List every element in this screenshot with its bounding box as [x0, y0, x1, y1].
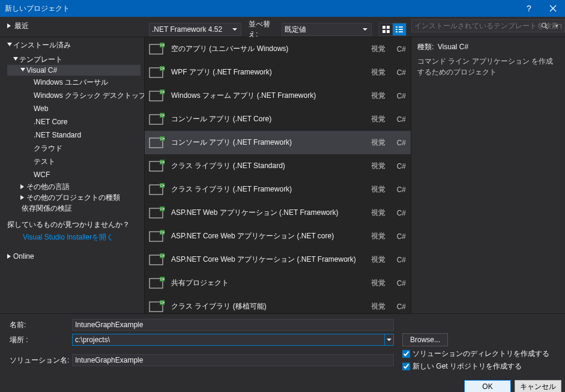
solution-name-input[interactable] [72, 354, 394, 366]
template-row[interactable]: C# WPF アプリ (.NET Framework)視覚C# [145, 61, 411, 84]
cancel-button[interactable]: キャンセル [515, 380, 561, 392]
tree-leaf-windows-universal[interactable]: Windows ユニバーサル [7, 77, 140, 88]
svg-text:C#: C# [160, 67, 165, 70]
template-icon: C# [148, 205, 165, 222]
open-installer-link[interactable]: Visual Studio Installerを開く [7, 232, 140, 243]
clear-search-icon[interactable]: ▾ [552, 21, 561, 31]
tree-leaf-wcf[interactable]: WCF [7, 169, 140, 180]
template-icon: C# [148, 252, 165, 268]
template-row[interactable]: C# 空のアプリ (ユニバーサル Windows)視覚C# [145, 37, 411, 61]
recent-tree-node[interactable]: 最近 [7, 20, 139, 31]
template-icon: C# [148, 228, 165, 245]
template-tag: 視覚 [371, 91, 385, 101]
caret-down-icon [13, 55, 18, 64]
help-button[interactable]: ? [517, 0, 541, 17]
svg-text:C#: C# [160, 184, 165, 187]
location-dropdown-button[interactable] [384, 334, 394, 346]
ok-button[interactable]: OK [464, 380, 511, 392]
template-tag: 視覚 [371, 161, 385, 171]
svg-rect-2 [387, 26, 390, 29]
other-languages-tree-node[interactable]: その他の言語 [7, 181, 140, 192]
template-lang: C# [391, 209, 406, 217]
template-name: コンソール アプリ (.NET Core) [171, 114, 365, 124]
location-input[interactable] [72, 334, 384, 346]
template-icon: C# [148, 298, 165, 314]
viewmode-grid-button[interactable] [379, 23, 393, 35]
tree-leaf-test[interactable]: テスト [7, 156, 140, 167]
svg-marker-13 [7, 43, 12, 46]
tree-leaf-netstandard[interactable]: .NET Standard [7, 130, 140, 140]
templates-label: テンプレート [19, 55, 62, 65]
template-tag: 視覚 [371, 114, 385, 124]
create-git-repo-checkbox[interactable]: 新しい Get リポジトリを作成する [402, 361, 549, 372]
svg-rect-4 [387, 30, 390, 33]
template-type: 種類: Visual C# [417, 42, 559, 52]
svg-marker-15 [20, 68, 25, 71]
templates-tree-node[interactable]: テンプレート [7, 54, 140, 65]
window-title: 新しいプロジェクト [0, 4, 70, 14]
template-icon: C# [148, 275, 165, 292]
installed-tree-node[interactable]: インストール済み [7, 40, 140, 50]
list-icon [396, 26, 403, 33]
template-name: クラス ライブラリ (.NET Framework) [171, 184, 365, 194]
template-row[interactable]: C# ASP.NET Web アプリケーション (.NET Framework)… [145, 201, 411, 225]
template-row[interactable]: C# クラス ライブラリ (移植可能)視覚C# [145, 295, 411, 313]
close-button[interactable] [541, 0, 565, 17]
other-project-types-tree-node[interactable]: その他のプロジェクトの種類 [7, 192, 140, 203]
template-lang: C# [391, 303, 406, 311]
name-input[interactable] [72, 319, 394, 331]
create-git-repo-input[interactable] [402, 363, 410, 370]
create-solution-dir-checkbox[interactable]: ソリューションのディレクトリを作成する [402, 349, 549, 359]
visual-csharp-tree-node[interactable]: Visual C# [7, 65, 140, 76]
template-row[interactable]: C# ASP.NET Core Web アプリケーション (.NET Frame… [145, 248, 411, 271]
create-solution-dir-input[interactable] [402, 350, 410, 358]
dependency-verification-tree-node[interactable]: 依存関係の検証 [7, 203, 140, 214]
template-row[interactable]: C# コンソール アプリ (.NET Core)視覚C# [145, 107, 411, 131]
template-lang: C# [391, 92, 406, 100]
svg-rect-1 [382, 26, 385, 29]
dialog-buttons: OK キャンセル [0, 376, 565, 392]
template-row[interactable]: C# クラス ライブラリ (.NET Standard)視覚C# [145, 154, 411, 178]
svg-rect-10 [399, 31, 403, 32]
viewmode-list-button[interactable] [393, 23, 406, 35]
sort-value: 既定値 [285, 25, 306, 35]
not-finding-label: 探しているものが見つかりませんか？ [7, 214, 140, 232]
sort-combo[interactable]: 既定値 [282, 23, 372, 36]
svg-rect-5 [396, 26, 397, 28]
template-icon: C# [148, 181, 165, 198]
svg-text:C#: C# [160, 277, 165, 281]
bottom-form: 名前: 場所 : Browse... ソリューション名: ソリューションのディレ… [0, 313, 565, 376]
svg-marker-18 [7, 254, 11, 259]
recent-label: 最近 [14, 21, 29, 31]
svg-marker-16 [20, 184, 24, 189]
template-name: ASP.NET Core Web アプリケーション (.NET core) [171, 231, 365, 241]
template-name: 共有プロジェクト [171, 278, 365, 288]
template-tag: 視覚 [371, 208, 385, 218]
template-list[interactable]: C# 空のアプリ (ユニバーサル Windows)視覚C# C# WPF アプリ… [144, 37, 411, 313]
search-icon[interactable] [540, 21, 549, 31]
template-tag: 視覚 [371, 67, 385, 77]
titlebar: 新しいプロジェクト ? [0, 0, 565, 17]
tree-leaf-cloud[interactable]: クラウド [7, 143, 140, 154]
svg-marker-14 [13, 57, 18, 61]
template-row[interactable]: C# ASP.NET Core Web アプリケーション (.NET core)… [145, 225, 411, 248]
framework-value: .NET Framework 4.52 [152, 25, 222, 34]
svg-rect-3 [382, 30, 385, 33]
template-row[interactable]: C# コンソール アプリ (.NET Framework)視覚C# [145, 131, 411, 154]
browse-button[interactable]: Browse... [402, 333, 448, 346]
sort-label: 並べ替え: [249, 19, 278, 40]
svg-text:C#: C# [160, 43, 165, 47]
framework-combo[interactable]: .NET Framework 4.52 [149, 23, 241, 36]
template-row[interactable]: C# 共有プロジェクト視覚C# [145, 271, 411, 295]
tree-leaf-web[interactable]: Web [7, 103, 140, 114]
template-tag: 視覚 [371, 44, 385, 54]
template-row[interactable]: C# クラス ライブラリ (.NET Framework)視覚C# [145, 178, 411, 201]
template-row[interactable]: C# Windows フォーム アプリ (.NET Framework)視覚C# [145, 84, 411, 107]
caret-down-icon [20, 66, 25, 74]
online-tree-node[interactable]: Online [7, 251, 140, 262]
tree-leaf-windows-classic-desktop[interactable]: Windows クラシック デスクトップ [7, 90, 140, 101]
template-name: クラス ライブラリ (移植可能) [171, 301, 365, 312]
installed-label: インストール済み [13, 40, 71, 50]
tree-leaf-netcore[interactable]: .NET Core [7, 116, 140, 127]
svg-text:C#: C# [160, 160, 165, 164]
